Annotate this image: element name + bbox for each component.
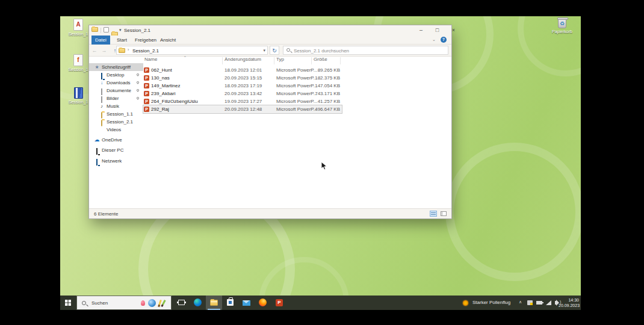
details-view-button[interactable] (430, 211, 437, 217)
music-icon: ♪ (99, 104, 105, 109)
sidebar-item-label: Bilder (107, 94, 119, 102)
tab-ansicht[interactable]: Ansicht (156, 36, 179, 45)
file-row[interactable]: 062_Hunt 18.09.2023 12:01 Microsoft Powe… (143, 66, 342, 74)
sidebar-item-videos[interactable]: Videos (89, 126, 143, 134)
taskbar-powerpoint[interactable] (271, 296, 287, 310)
folder-icon (99, 119, 105, 125)
pin-icon (136, 88, 140, 92)
minimize-button[interactable]: – (413, 25, 429, 36)
wallpaper-swirl (445, 143, 581, 281)
mouse-cursor (321, 161, 327, 171)
file-size: 182.375 KB (295, 74, 340, 82)
sidebar-item-schnellzugriff[interactable]: ★ Schnellzugriff (89, 63, 143, 71)
weather-label: Starker Pollenflug (472, 300, 510, 305)
taskbar-file-explorer-active[interactable] (206, 296, 222, 310)
sidebar-item-netzwerk[interactable]: Netzwerk (89, 157, 143, 165)
network-icon[interactable] (546, 300, 551, 305)
address-dropdown-chevron-icon[interactable]: ▾ (263, 48, 265, 53)
column-header-modified[interactable]: Änderungsdatum (224, 57, 261, 65)
taskbar-task-view[interactable] (173, 296, 190, 310)
window-title: Session_2.1 (124, 28, 150, 33)
volume-icon[interactable] (555, 301, 557, 305)
tab-datei[interactable]: Datei (91, 36, 110, 45)
customize-toolbar-chevron-icon[interactable]: ▾ (119, 28, 122, 32)
file-name: 149_Martinez (151, 82, 180, 90)
forward-button[interactable]: → (100, 46, 108, 55)
tab-freigeben[interactable]: Freigeben (131, 36, 160, 45)
close-button[interactable]: × (445, 25, 462, 36)
back-button[interactable]: ← (90, 46, 99, 55)
taskbar-mail[interactable] (238, 296, 255, 310)
desktop-icon-label: Papierkorb (545, 29, 579, 34)
column-divider[interactable] (274, 57, 274, 64)
sidebar-item-dokumente[interactable]: Dokumente (89, 87, 143, 94)
large-icons-view-button[interactable] (441, 211, 447, 216)
taskbar-search-placeholder: Suchen (91, 300, 108, 306)
file-modified: 20.09.2023 13:42 (224, 90, 262, 98)
sidebar-item-label: Dieser PC (102, 146, 123, 154)
tray-chevron-icon[interactable]: ∧ (519, 300, 522, 305)
taskbar-firefox[interactable] (255, 296, 271, 310)
file-row[interactable]: 149_Martinez 18.09.2023 17:19 Microsoft … (143, 82, 342, 90)
taskbar-store[interactable] (222, 296, 238, 310)
sidebar-item-downloads[interactable]: ↓ Downloads (89, 79, 143, 87)
help-icon[interactable] (441, 37, 447, 43)
mail-icon (243, 300, 250, 306)
breadcrumb-path[interactable]: Session_2.1 (132, 48, 159, 54)
task-view-icon (178, 300, 185, 305)
quick-access-properties-icon[interactable] (104, 27, 109, 32)
document-icon: f (73, 54, 83, 66)
search-box[interactable]: Session_2.1 durchsuchen (283, 46, 448, 55)
powerpoint-file-icon (144, 107, 149, 112)
refresh-button[interactable]: ↻ (270, 46, 279, 55)
battery-icon[interactable] (536, 301, 542, 305)
column-divider[interactable] (311, 57, 312, 64)
sidebar-item-label: Downloads (107, 79, 131, 87)
sidebar-item-dieser-pc[interactable]: Dieser PC (89, 146, 143, 154)
items-count: 6 Elemente (94, 211, 118, 217)
maximize-button[interactable]: □ (429, 25, 445, 36)
file-modified: 18.09.2023 17:19 (224, 82, 262, 90)
column-header-name[interactable]: Name (144, 57, 157, 65)
expand-ribbon-chevron-icon[interactable]: ⌄ (432, 37, 436, 42)
breadcrumb-separator: › (128, 48, 129, 52)
search-highlights-art[interactable] (141, 299, 167, 308)
search-icon (286, 48, 290, 52)
taskbar-search-box[interactable]: Suchen (76, 296, 172, 310)
desktop: A Session_1 f Session_1 Session_1 ♻ Papi… (60, 16, 581, 310)
column-divider[interactable] (340, 57, 341, 64)
file-modified: 20.09.2023 12:48 (224, 105, 262, 113)
sidebar-item-label: Netzwerk (102, 157, 122, 165)
edge-icon (194, 299, 202, 306)
pictures-icon (99, 96, 105, 101)
sidebar-item-onedrive[interactable]: ☁ OneDrive (89, 136, 143, 144)
sidebar-item-label: Videos (107, 126, 121, 134)
tab-start[interactable]: Start (113, 36, 131, 45)
desktop-icon-recycle-bin[interactable]: ♻ Papierkorb (545, 18, 579, 34)
column-header-size[interactable]: Größe (314, 57, 327, 65)
taskbar-edge[interactable] (190, 296, 206, 310)
sidebar-item-bilder[interactable]: Bilder (89, 94, 143, 102)
powerpoint-file-icon (144, 99, 149, 104)
address-bar[interactable]: › Session_2.1 ▾ (116, 46, 268, 55)
search-placeholder: Session_2.1 durchsuchen (294, 48, 349, 54)
file-row[interactable]: 130_nas 20.09.2023 15:15 Microsoft Power… (143, 74, 342, 82)
desktop-icon (99, 72, 105, 78)
explorer-app-icon (91, 27, 98, 32)
file-row-selected[interactable]: 292_Raj 20.09.2023 12:48 Microsoft Power… (143, 105, 342, 113)
sidebar-item-desktop[interactable]: Desktop (89, 71, 143, 79)
book-icon (74, 87, 83, 99)
sidebar-item-session-2-1[interactable]: Session_2.1 (89, 118, 143, 126)
taskbar-clock[interactable]: 14:30 20.09.2023 (559, 297, 579, 308)
file-row[interactable]: 264_FilizOzbengiUslu 19.09.2023 17:27 Mi… (143, 98, 342, 105)
sidebar-item-session-1-1[interactable]: Session_1.1 (89, 110, 143, 118)
column-header-type[interactable]: Typ (276, 57, 284, 65)
sidebar-item-musik[interactable]: ♪ Musik (89, 102, 143, 110)
title-bar[interactable]: ▾ Session_2.1 – □ × (89, 25, 451, 36)
pencil-icon (161, 300, 166, 307)
column-divider[interactable] (222, 57, 223, 64)
file-row[interactable]: 239_Akbari 20.09.2023 13:42 Microsoft Po… (143, 90, 342, 98)
start-button[interactable] (60, 296, 76, 310)
tray-app-icon[interactable] (527, 300, 533, 305)
pin-icon (136, 73, 140, 76)
